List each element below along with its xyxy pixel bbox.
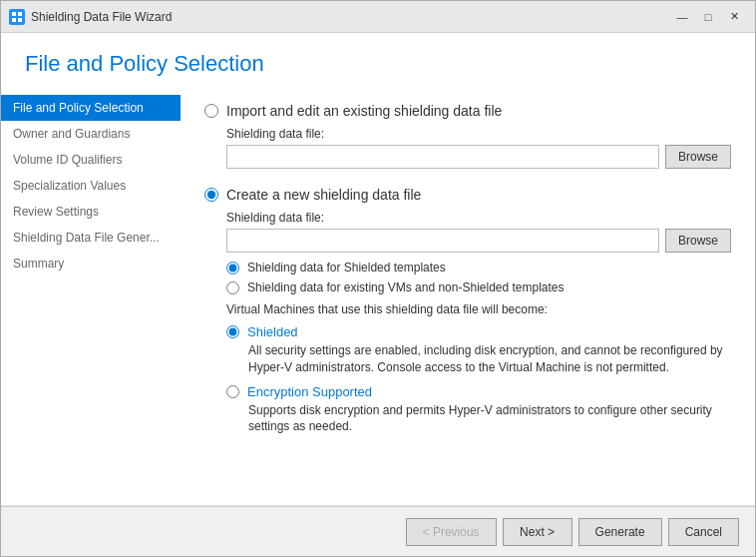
create-radio[interactable] [204,188,218,202]
existing-template-radio[interactable] [226,281,239,294]
window-title: Shielding Data File Wizard [31,10,172,24]
content-area: File and Policy Selection File and Polic… [1,33,755,556]
generate-button[interactable]: Generate [578,518,662,546]
import-input-row: Browse [226,145,731,169]
import-label: Import and edit an existing shielding da… [226,103,502,119]
create-input-row: Browse [226,229,731,253]
close-button[interactable]: ✕ [721,7,747,27]
encryption-radio-row: Encryption Supported [226,384,731,399]
encryption-vm-label: Encryption Supported [247,384,372,399]
title-bar: Shielding Data File Wizard — □ ✕ [1,1,755,33]
cancel-button[interactable]: Cancel [668,518,739,546]
vm-become-label: Virtual Machines that use this shielding… [226,302,731,316]
maximize-button[interactable]: □ [695,7,721,27]
main-body: File and Policy Selection Owner and Guar… [1,87,755,505]
svg-rect-1 [18,12,22,16]
create-browse-button[interactable]: Browse [665,229,731,253]
import-radio-row: Import and edit an existing shielding da… [204,103,731,119]
create-field-label: Shielding data file: [226,211,731,225]
create-radio-row: Create a new shielding data file [204,187,731,203]
page-title: File and Policy Selection [1,33,755,87]
shielded-radio-row: Shielded [226,324,731,339]
sidebar-item-file-policy[interactable]: File and Policy Selection [1,95,181,121]
shielded-vm-desc: All security settings are enabled, inclu… [248,342,731,376]
import-radio[interactable] [204,104,218,118]
previous-button[interactable]: < Previous [406,518,497,546]
create-file-input[interactable] [226,229,659,253]
sidebar: File and Policy Selection Owner and Guar… [1,87,181,505]
shielded-vm-radio[interactable] [226,325,239,338]
encryption-vm-desc: Supports disk encryption and permits Hyp… [248,402,731,436]
existing-template-row: Shielding data for existing VMs and non-… [226,280,731,294]
existing-template-label: Shielding data for existing VMs and non-… [247,280,565,294]
template-options: Shielding data for Shielded templates Sh… [226,261,731,294]
shielded-section: Shielded All security settings are enabl… [226,324,731,435]
sidebar-item-summary[interactable]: Summary [1,251,181,277]
sidebar-item-shielding-gen[interactable]: Shielding Data File Gener... [1,225,181,251]
title-bar-left: Shielding Data File Wizard [9,9,172,25]
shielded-option: Shielded All security settings are enabl… [226,324,731,376]
svg-rect-3 [18,18,22,22]
encryption-vm-radio[interactable] [226,385,239,398]
svg-rect-2 [12,18,16,22]
shielded-vm-label: Shielded [247,324,298,339]
shielded-template-row: Shielding data for Shielded templates [226,261,731,275]
sidebar-item-owner-guardians[interactable]: Owner and Guardians [1,121,181,147]
shielded-template-label: Shielding data for Shielded templates [247,261,446,275]
import-browse-button[interactable]: Browse [665,145,731,169]
next-button[interactable]: Next > [503,518,572,546]
minimize-button[interactable]: — [669,7,695,27]
create-label: Create a new shielding data file [226,187,421,203]
footer: < Previous Next > Generate Cancel [1,506,755,556]
create-section: Create a new shielding data file Shieldi… [204,187,731,435]
main-content: Import and edit an existing shielding da… [181,87,755,505]
app-icon [9,9,25,25]
encryption-option: Encryption Supported Supports disk encry… [226,384,731,436]
sidebar-item-specialization[interactable]: Specialization Values [1,173,181,199]
shielded-template-radio[interactable] [226,262,239,275]
sidebar-item-volume-id[interactable]: Volume ID Qualifiers [1,147,181,173]
wizard-window: Shielding Data File Wizard — □ ✕ File an… [0,0,756,557]
import-section: Import and edit an existing shielding da… [204,103,731,169]
title-bar-controls: — □ ✕ [669,7,747,27]
import-file-input[interactable] [226,145,659,169]
svg-rect-0 [12,12,16,16]
import-field-label: Shielding data file: [226,127,731,141]
sidebar-item-review[interactable]: Review Settings [1,199,181,225]
